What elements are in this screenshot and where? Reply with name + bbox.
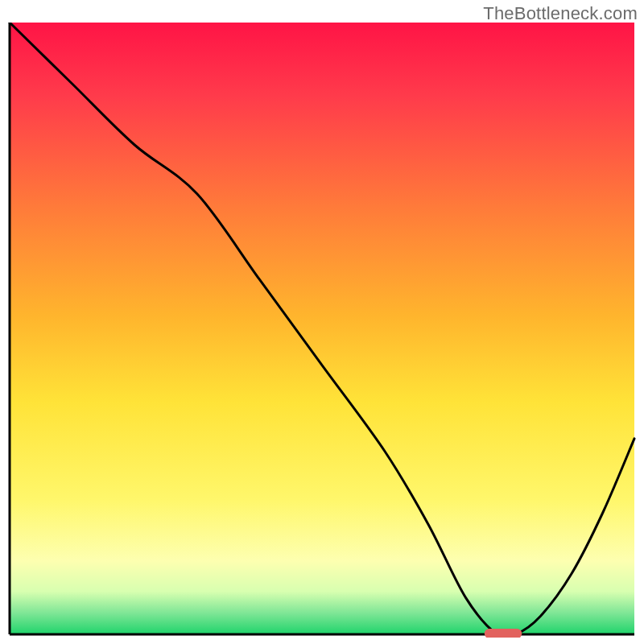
optimum-marker [485, 629, 522, 638]
chart-container: TheBottleneck.com [0, 0, 644, 644]
watermark-label: TheBottleneck.com [483, 3, 638, 24]
bottleneck-chart [6, 23, 638, 638]
